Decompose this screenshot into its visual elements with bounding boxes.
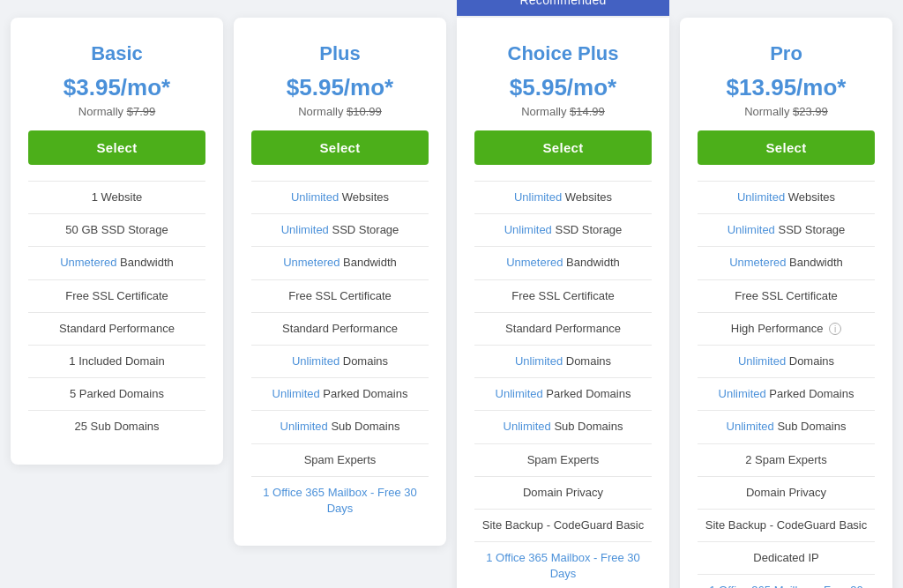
feature-item: Dedicated IP <box>698 542 875 575</box>
feature-item: Free SSL Certificate <box>251 280 429 313</box>
feature-item: High Performance i <box>698 313 875 346</box>
feature-item: Unlimited Domains <box>474 346 652 378</box>
plan-normal-price-pro: Normally $23.99 <box>698 105 875 118</box>
feature-item: Unlimited SSD Storage <box>251 214 429 247</box>
plan-card-pro: Pro$13.95/mo*Normally $23.99SelectUnlimi… <box>680 18 892 588</box>
plan-normal-price-plus: Normally $10.99 <box>251 105 429 118</box>
feature-item: Unlimited Websites <box>251 182 429 214</box>
feature-item: Unlimited Websites <box>698 182 875 214</box>
plan-price-pro: $13.95/mo* <box>698 74 875 101</box>
feature-item: Unlimited SSD Storage <box>474 214 652 247</box>
feature-item: Site Backup - CodeGuard Basic <box>698 510 875 542</box>
recommended-badge: Recommended <box>457 0 669 16</box>
features-list-choice-plus: Unlimited WebsitesUnlimited SSD StorageU… <box>474 181 652 588</box>
info-icon[interactable]: i <box>829 323 841 335</box>
pricing-container: Basic$3.95/mo*Normally $7.99Select1 Webs… <box>11 18 892 588</box>
feature-item: 1 Office 365 Mailbox - Free 30 Days <box>474 542 652 588</box>
feature-item: 1 Office 365 Mailbox - Free 30 Days <box>698 575 875 588</box>
plan-price-plus: $5.95/mo* <box>251 74 429 101</box>
features-list-basic: 1 Website50 GB SSD StorageUnmetered Band… <box>28 181 205 443</box>
plan-name-pro: Pro <box>698 42 875 65</box>
plan-name-choice-plus: Choice Plus <box>474 42 652 65</box>
feature-item: Spam Experts <box>474 444 652 477</box>
feature-item: Domain Privacy <box>698 477 875 510</box>
feature-item: Unlimited Websites <box>474 182 652 214</box>
feature-item: Unlimited Parked Domains <box>251 378 429 411</box>
plan-normal-price-choice-plus: Normally $14.99 <box>474 105 652 118</box>
feature-item: Unlimited Parked Domains <box>698 378 875 411</box>
feature-item: 5 Parked Domains <box>28 378 205 411</box>
feature-item: 1 Included Domain <box>28 346 205 378</box>
feature-item: Free SSL Certificate <box>474 280 652 313</box>
features-list-plus: Unlimited WebsitesUnlimited SSD StorageU… <box>251 181 429 525</box>
feature-item: 1 Website <box>28 182 205 214</box>
features-list-pro: Unlimited WebsitesUnlimited SSD StorageU… <box>698 181 875 588</box>
feature-item: Unlimited Sub Domains <box>251 411 429 443</box>
feature-item: Unlimited Sub Domains <box>698 411 875 443</box>
plan-normal-price-basic: Normally $7.99 <box>28 105 205 118</box>
feature-item: Spam Experts <box>251 444 429 477</box>
plan-name-plus: Plus <box>251 42 429 65</box>
feature-item: Unmetered Bandwidth <box>474 247 652 279</box>
plan-card-basic: Basic$3.95/mo*Normally $7.99Select1 Webs… <box>11 18 223 465</box>
feature-item: Standard Performance <box>251 313 429 346</box>
feature-item: Unmetered Bandwidth <box>698 247 875 279</box>
select-button-pro[interactable]: Select <box>698 130 875 165</box>
plan-price-choice-plus: $5.95/mo* <box>474 74 652 101</box>
plan-name-basic: Basic <box>28 42 205 65</box>
feature-item: Unlimited Domains <box>698 346 875 378</box>
plan-price-basic: $3.95/mo* <box>28 74 205 101</box>
feature-item: Domain Privacy <box>474 477 652 510</box>
select-button-basic[interactable]: Select <box>28 130 205 165</box>
feature-item: Free SSL Certificate <box>28 280 205 313</box>
feature-item: Standard Performance <box>28 313 205 346</box>
select-button-plus[interactable]: Select <box>251 130 429 165</box>
feature-item: 25 Sub Domains <box>28 411 205 443</box>
feature-item: Site Backup - CodeGuard Basic <box>474 510 652 542</box>
select-button-choice-plus[interactable]: Select <box>474 130 652 165</box>
feature-item: 2 Spam Experts <box>698 444 875 477</box>
feature-item: Standard Performance <box>474 313 652 346</box>
feature-item: Unmetered Bandwidth <box>251 247 429 279</box>
plan-card-choice-plus: RecommendedChoice Plus$5.95/mo*Normally … <box>457 18 669 588</box>
feature-item: Unlimited SSD Storage <box>698 214 875 247</box>
feature-item: Unlimited Sub Domains <box>474 411 652 443</box>
feature-item: 50 GB SSD Storage <box>28 214 205 247</box>
feature-item: Unlimited Domains <box>251 346 429 378</box>
plan-card-plus: Plus$5.95/mo*Normally $10.99SelectUnlimi… <box>234 18 446 546</box>
feature-item: 1 Office 365 Mailbox - Free 30 Days <box>251 477 429 525</box>
feature-item: Unmetered Bandwidth <box>28 247 205 279</box>
feature-item: Free SSL Certificate <box>698 280 875 313</box>
feature-item: Unlimited Parked Domains <box>474 378 652 411</box>
